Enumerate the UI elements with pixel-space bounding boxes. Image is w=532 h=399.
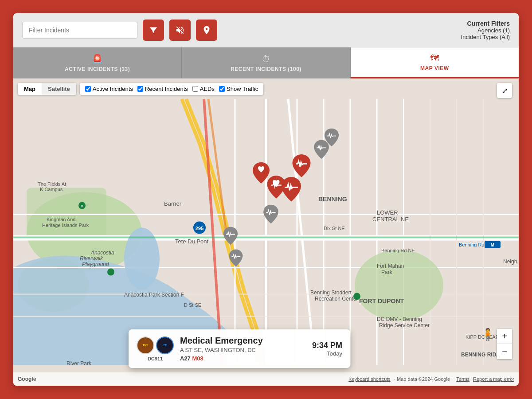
svg-text:Dix St NE: Dix St NE bbox=[324, 226, 345, 231]
map-footer-right: Keyboard shortcuts · Map data ©2024 Goog… bbox=[348, 376, 514, 382]
show-traffic-checkbox-item[interactable]: Show Traffic bbox=[219, 86, 258, 92]
recent-incident-marker-4[interactable] bbox=[223, 226, 239, 247]
zoom-controls: + − bbox=[497, 329, 512, 359]
filter-button[interactable] bbox=[143, 20, 164, 41]
police-badge: PD bbox=[156, 336, 174, 354]
popup-address: A ST SE, WASHINGTON, DC bbox=[180, 347, 306, 353]
tab-map-view[interactable]: 🗺 MAP VIEW bbox=[351, 47, 519, 78]
map-area: 295 Anacostia Riverwalk Playground Barri… bbox=[13, 78, 519, 386]
svg-text:BENNING RID...: BENNING RID... bbox=[461, 352, 501, 358]
popup-title: Medical Emergency bbox=[180, 336, 306, 346]
recent-incidents-checkbox-item[interactable]: Recent Incidents bbox=[137, 86, 188, 92]
svg-point-60 bbox=[107, 269, 114, 276]
map-checkbox-group: Active Incidents Recent Incidents AEDs S… bbox=[80, 83, 263, 95]
google-logo: Google bbox=[18, 376, 36, 382]
svg-text:Heritage Islands Park: Heritage Islands Park bbox=[42, 223, 89, 228]
current-filters: Current Filters Agencies (1) Incident Ty… bbox=[461, 20, 510, 40]
svg-text:FORT DUPONT: FORT DUPONT bbox=[359, 297, 404, 305]
map-data-label: · Map data ©2024 Google · bbox=[394, 376, 453, 382]
svg-text:LOWER: LOWER bbox=[377, 209, 398, 216]
svg-text:Riverwalk: Riverwalk bbox=[80, 255, 103, 262]
current-filters-title: Current Filters bbox=[461, 20, 510, 27]
map-type-satellite-button[interactable]: Satellite bbox=[42, 83, 76, 95]
popup-agency-label: DC911 bbox=[148, 356, 163, 361]
popup-badges: DC PD DC911 bbox=[137, 336, 174, 361]
marker-heart-red-4 bbox=[291, 153, 312, 178]
show-traffic-checkbox[interactable] bbox=[219, 86, 225, 92]
map-type-toggle: Map Satellite bbox=[18, 83, 76, 95]
active-incidents-checkbox-label: Active Incidents bbox=[93, 86, 133, 92]
svg-text:M: M bbox=[491, 243, 494, 247]
main-container: Current Filters Agencies (1) Incident Ty… bbox=[13, 13, 519, 386]
svg-text:Benning Road: Benning Road bbox=[459, 242, 490, 247]
filter-input[interactable] bbox=[22, 22, 137, 39]
pegman-icon[interactable]: 🧍 bbox=[481, 328, 495, 341]
mute-button[interactable] bbox=[169, 20, 191, 41]
svg-text:Anacostia: Anacostia bbox=[90, 250, 114, 256]
svg-text:295: 295 bbox=[196, 226, 203, 231]
terms-link[interactable]: Terms bbox=[456, 376, 469, 382]
incident-popup[interactable]: DC PD DC911 Medical Emergency A ST SE, W… bbox=[129, 329, 350, 368]
locate-icon bbox=[202, 25, 211, 35]
filter-bar: Current Filters Agencies (1) Incident Ty… bbox=[13, 13, 519, 47]
dc911-badge: DC bbox=[137, 336, 154, 354]
keyboard-shortcuts-link[interactable]: Keyboard shortcuts bbox=[348, 376, 391, 382]
tab-map-view-label: MAP VIEW bbox=[420, 65, 449, 71]
svg-text:CENTRAL NE: CENTRAL NE bbox=[372, 216, 409, 223]
svg-text:DC DMV - Benning: DC DMV - Benning bbox=[377, 316, 422, 322]
svg-text:Anacostia Park Section F: Anacostia Park Section F bbox=[124, 292, 184, 298]
svg-text:Neigh...: Neigh... bbox=[503, 258, 519, 265]
tab-active-incidents-label: ACTIVE INCIDENTS (33) bbox=[65, 66, 130, 72]
popup-agency-badges: DC PD bbox=[137, 336, 174, 354]
svg-text:Benning Stoddert: Benning Stoddert bbox=[310, 289, 352, 296]
active-incident-marker-4[interactable] bbox=[291, 153, 312, 180]
svg-text:K Campus: K Campus bbox=[40, 187, 63, 192]
report-error-link[interactable]: Report a map error bbox=[473, 376, 514, 382]
active-incidents-checkbox[interactable] bbox=[85, 86, 91, 92]
alarm-icon: 🚨 bbox=[92, 54, 103, 64]
svg-text:Park: Park bbox=[381, 269, 393, 275]
zoom-out-button[interactable]: − bbox=[497, 344, 512, 359]
marker-heart-red-3 bbox=[280, 176, 302, 203]
aeds-checkbox[interactable] bbox=[192, 86, 198, 92]
clock-icon: ⏱ bbox=[262, 54, 270, 64]
mute-icon bbox=[175, 25, 185, 35]
svg-text:Barrier: Barrier bbox=[164, 200, 182, 207]
recent-incident-marker-3[interactable] bbox=[262, 204, 279, 226]
marker-heart-gray-4 bbox=[223, 226, 239, 246]
active-incidents-checkbox-item[interactable]: Active Incidents bbox=[85, 86, 133, 92]
unit-a27: A27 bbox=[180, 355, 191, 362]
marker-heart-gray-3 bbox=[262, 204, 279, 224]
tab-active-incidents[interactable]: 🚨 ACTIVE INCIDENTS (33) bbox=[13, 47, 182, 78]
current-filters-agencies: Agencies (1) bbox=[461, 27, 510, 34]
svg-text:Tete Du Pont: Tete Du Pont bbox=[175, 238, 209, 245]
recent-incident-marker-2[interactable] bbox=[324, 128, 340, 149]
popup-time: 9:34 PM Today bbox=[312, 341, 342, 357]
recent-incidents-checkbox[interactable] bbox=[137, 86, 143, 92]
aeds-checkbox-item[interactable]: AEDs bbox=[192, 86, 215, 92]
active-incident-marker-3[interactable] bbox=[280, 176, 302, 204]
svg-text:▼: ▼ bbox=[80, 204, 84, 208]
map-footer: Google Keyboard shortcuts · Map data ©20… bbox=[13, 372, 519, 386]
popup-units: A27 M08 bbox=[180, 355, 306, 362]
zoom-in-button[interactable]: + bbox=[497, 329, 512, 344]
svg-text:Playground: Playground bbox=[82, 261, 109, 267]
locate-button[interactable] bbox=[196, 20, 217, 41]
marker-heart-gray-2 bbox=[324, 128, 340, 147]
current-filters-types: Incident Types (All) bbox=[461, 34, 510, 40]
svg-text:The Fields At: The Fields At bbox=[38, 181, 66, 187]
recent-incident-marker-5[interactable] bbox=[228, 249, 243, 269]
fullscreen-button[interactable]: ⤢ bbox=[497, 83, 512, 98]
svg-text:Fort Mahan: Fort Mahan bbox=[377, 263, 404, 269]
recent-incidents-checkbox-label: Recent Incidents bbox=[145, 86, 188, 92]
marker-heart-gray-5 bbox=[228, 249, 243, 267]
popup-time-value: 9:34 PM bbox=[312, 341, 342, 350]
tab-recent-incidents-label: RECENT INCIDENTS (100) bbox=[231, 66, 301, 72]
tab-recent-incidents[interactable]: ⏱ RECENT INCIDENTS (100) bbox=[182, 47, 350, 78]
svg-text:D St SE: D St SE bbox=[184, 302, 201, 308]
map-type-map-button[interactable]: Map bbox=[18, 83, 42, 95]
tabs-row: 🚨 ACTIVE INCIDENTS (33) ⏱ RECENT INCIDEN… bbox=[13, 47, 519, 78]
map-controls: Map Satellite Active Incidents Recent In… bbox=[18, 83, 263, 95]
show-traffic-checkbox-label: Show Traffic bbox=[227, 86, 258, 92]
svg-text:Recreation Center: Recreation Center bbox=[315, 296, 358, 302]
